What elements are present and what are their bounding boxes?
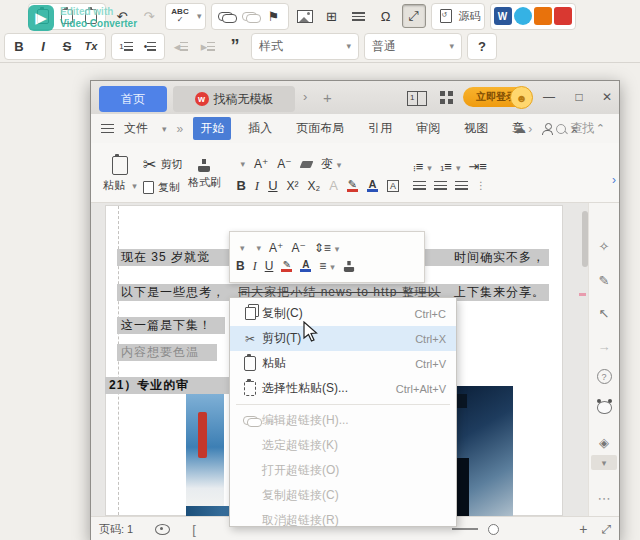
align-justify-icon[interactable] bbox=[455, 181, 468, 190]
upload-share-icon[interactable]: ⌅ bbox=[569, 121, 580, 136]
strikethrough-icon[interactable]: S bbox=[56, 35, 78, 57]
doc-line-3[interactable]: 这一篇是下集！ bbox=[117, 317, 225, 334]
source-label[interactable]: 源码 bbox=[459, 9, 481, 24]
mini-font-caret-icon[interactable]: ▾ bbox=[240, 243, 245, 253]
highlight-color-icon[interactable]: ✎ bbox=[347, 179, 358, 192]
menu-item-paste[interactable]: 粘贴 Ctrl+V bbox=[230, 351, 456, 376]
paste-word-icon[interactable] bbox=[80, 5, 102, 27]
special-char-icon[interactable]: Ω bbox=[375, 5, 397, 27]
mini-format-painter-icon[interactable] bbox=[344, 260, 354, 271]
ribbon-tab-page-layout[interactable]: 页面布局 bbox=[289, 117, 351, 140]
increase-font-icon[interactable]: A⁺ bbox=[254, 157, 268, 171]
align-center-icon[interactable] bbox=[434, 181, 447, 190]
menu-item-copy[interactable]: 复制(C) Ctrl+C bbox=[230, 301, 456, 326]
hamburger-icon[interactable] bbox=[101, 124, 114, 133]
insert-table-icon[interactable]: ⊞ bbox=[321, 5, 343, 27]
anchor-flag-icon[interactable]: ⚑ bbox=[263, 5, 285, 27]
copy-button[interactable]: 复制 bbox=[143, 180, 182, 195]
spellcheck-icon[interactable]: ABC✓ bbox=[169, 5, 191, 27]
scrollbar-thumb[interactable] bbox=[582, 211, 588, 267]
bullet-list-icon[interactable]: ⁝≡▾ bbox=[413, 159, 432, 174]
bullet-list-icon[interactable]: • bbox=[139, 35, 161, 57]
close-button[interactable]: ✕ bbox=[595, 87, 619, 107]
ribbon-expand-icon[interactable]: › bbox=[612, 173, 616, 187]
mini-line-spacing-icon[interactable]: ⇕≡▾ bbox=[314, 241, 340, 255]
fullscreen-icon[interactable]: ⤢ bbox=[402, 4, 426, 28]
indent-icon[interactable]: ▸ bbox=[197, 35, 219, 57]
format-painter-button[interactable]: 格式刷 bbox=[182, 147, 226, 202]
new-tab-icon[interactable]: + bbox=[323, 89, 332, 106]
ppt-import-icon[interactable] bbox=[534, 7, 552, 25]
menu-item-paste-special[interactable]: 选择性粘贴(S)... Ctrl+Alt+V bbox=[230, 376, 456, 401]
cloud-sync-icon[interactable]: ☁ bbox=[513, 121, 526, 136]
doc-line-5[interactable]: 21）专业的审 bbox=[105, 377, 237, 394]
subscript-icon[interactable]: X₂ bbox=[308, 179, 321, 193]
ribbon-tab-home[interactable]: 开始 bbox=[193, 117, 231, 140]
mini-bold-icon[interactable]: B bbox=[236, 259, 245, 273]
undo-icon[interactable]: ↶ bbox=[111, 5, 133, 27]
skills-icon[interactable]: ◈ bbox=[589, 435, 619, 450]
fit-fullscreen-icon[interactable]: ⤢ bbox=[601, 522, 611, 536]
style-select[interactable]: 样式▾ bbox=[251, 33, 359, 60]
help-circle-icon[interactable]: ? bbox=[589, 369, 619, 384]
paste-icon[interactable] bbox=[32, 5, 54, 27]
tab-document[interactable]: w 找稿无模板 bbox=[173, 86, 295, 112]
paragraph-format-select[interactable]: 普通▾ bbox=[364, 33, 462, 60]
mini-decrease-font-icon[interactable]: A⁻ bbox=[291, 241, 305, 255]
collapse-ribbon-icon[interactable]: ⌃ bbox=[596, 122, 605, 135]
file-menu[interactable]: 文件 bbox=[124, 120, 148, 137]
blockquote-icon[interactable]: ” bbox=[224, 35, 246, 57]
clear-format-icon[interactable] bbox=[299, 161, 313, 168]
paste-button[interactable]: 粘贴 ▾ bbox=[101, 147, 139, 202]
paragraph-more-icon[interactable]: ⋮ bbox=[476, 180, 486, 191]
minimize-button[interactable]: — bbox=[537, 87, 561, 107]
redo-icon[interactable]: ↷ bbox=[138, 5, 160, 27]
mini-highlight-icon[interactable]: ✎ bbox=[281, 260, 292, 272]
web-import-icon[interactable] bbox=[514, 7, 532, 25]
doc-line-4[interactable]: 内容想要色温 bbox=[117, 344, 217, 361]
file-caret-icon[interactable]: ▾ bbox=[162, 124, 167, 134]
promo-icon[interactable]: ✧ bbox=[589, 239, 619, 254]
italic-icon[interactable]: I bbox=[32, 35, 54, 57]
mini-font-color-icon[interactable]: A bbox=[300, 260, 311, 272]
help-icon[interactable]: ? bbox=[471, 35, 493, 57]
font-name-caret-icon[interactable]: ▾ bbox=[240, 159, 245, 169]
menu-chevrons-icon[interactable]: » bbox=[177, 122, 184, 136]
horizontal-rule-icon[interactable] bbox=[348, 5, 370, 27]
ribbon-tab-review[interactable]: 审阅 bbox=[409, 117, 447, 140]
signature-pen-icon[interactable]: ✎ bbox=[589, 273, 619, 288]
apps-grid-icon[interactable] bbox=[440, 91, 453, 104]
ordered-list-icon[interactable]: 1 bbox=[115, 35, 137, 57]
zoom-slider-knob[interactable] bbox=[488, 524, 499, 535]
share-user-icon[interactable] bbox=[542, 123, 553, 134]
ribbon-tab-references[interactable]: 引用 bbox=[361, 117, 399, 140]
doc-image-right[interactable] bbox=[451, 386, 513, 516]
insert-image-icon[interactable] bbox=[294, 5, 316, 27]
maximize-button[interactable]: □ bbox=[567, 87, 591, 107]
tab-overflow-icon[interactable]: › bbox=[303, 89, 307, 104]
mini-increase-font-icon[interactable]: A⁺ bbox=[269, 241, 283, 255]
text-effect-icon[interactable]: A bbox=[329, 178, 338, 193]
mini-size-caret-icon[interactable]: ▾ bbox=[257, 243, 262, 253]
decrease-font-icon[interactable]: A⁻ bbox=[277, 157, 291, 171]
cut-button[interactable]: ✂ 剪切 bbox=[143, 155, 182, 174]
zoom-slider-track[interactable] bbox=[452, 528, 478, 529]
italic-icon[interactable]: I bbox=[255, 178, 259, 194]
select-cursor-icon[interactable]: ↖ bbox=[589, 306, 619, 321]
assistant-panda-icon[interactable] bbox=[589, 401, 619, 414]
read-mode-eye-icon[interactable] bbox=[155, 524, 170, 535]
page-view-icon[interactable]: 1 bbox=[407, 91, 427, 106]
vertical-scrollbar[interactable] bbox=[581, 207, 589, 512]
pdf-import-icon[interactable] bbox=[554, 7, 572, 25]
numbered-list-icon[interactable]: 1≡▾ bbox=[440, 159, 461, 174]
outdent-icon[interactable]: ◂ bbox=[170, 35, 192, 57]
source-code-icon[interactable] bbox=[435, 5, 457, 27]
more-tools-icon[interactable]: ⋯ bbox=[589, 491, 619, 506]
doc-image-left[interactable] bbox=[186, 394, 224, 512]
mini-align-icon[interactable]: ≡▾ bbox=[319, 259, 335, 273]
mini-italic-icon[interactable]: I bbox=[253, 259, 257, 274]
spellcheck-caret-icon[interactable]: ▾ bbox=[197, 11, 202, 21]
tab-home[interactable]: 首页 bbox=[99, 86, 167, 112]
clear-format-icon[interactable]: Tx bbox=[80, 35, 102, 57]
superscript-icon[interactable]: X² bbox=[287, 179, 299, 193]
